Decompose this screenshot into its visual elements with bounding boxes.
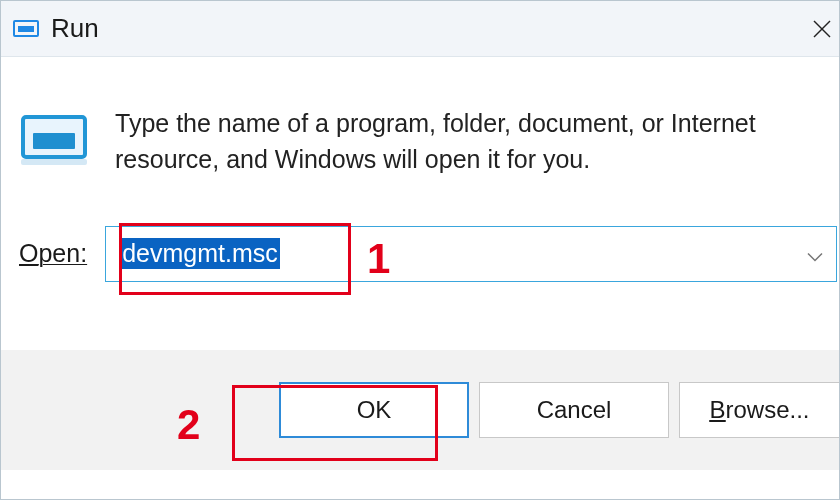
ok-button-label: OK [357, 396, 392, 424]
run-icon-small [13, 18, 39, 40]
svg-rect-6 [21, 159, 87, 165]
cancel-button[interactable]: Cancel [479, 382, 669, 438]
open-input-value[interactable]: devmgmt.msc [120, 238, 280, 269]
browse-button[interactable]: Browse... [679, 382, 839, 438]
chevron-down-icon[interactable] [806, 239, 824, 268]
titlebar: Run [1, 1, 839, 57]
svg-rect-5 [33, 133, 75, 149]
open-label: Open: [19, 239, 87, 268]
dialog-body: Type the name of a program, folder, docu… [1, 57, 839, 208]
ok-button[interactable]: OK [279, 382, 469, 438]
instruction-text: Type the name of a program, folder, docu… [115, 105, 829, 178]
dialog-footer: OK Cancel Browse... [1, 350, 839, 470]
cancel-button-label: Cancel [537, 396, 612, 424]
run-icon-large [19, 111, 89, 169]
run-dialog: Run Type the name of a program, folder, … [0, 0, 840, 500]
open-combobox[interactable]: devmgmt.msc [105, 226, 837, 282]
svg-rect-1 [18, 26, 34, 32]
open-row: Open: devmgmt.msc [1, 208, 839, 282]
window-title: Run [51, 13, 99, 44]
browse-button-label: Browse... [709, 396, 809, 424]
close-button[interactable] [809, 1, 839, 57]
